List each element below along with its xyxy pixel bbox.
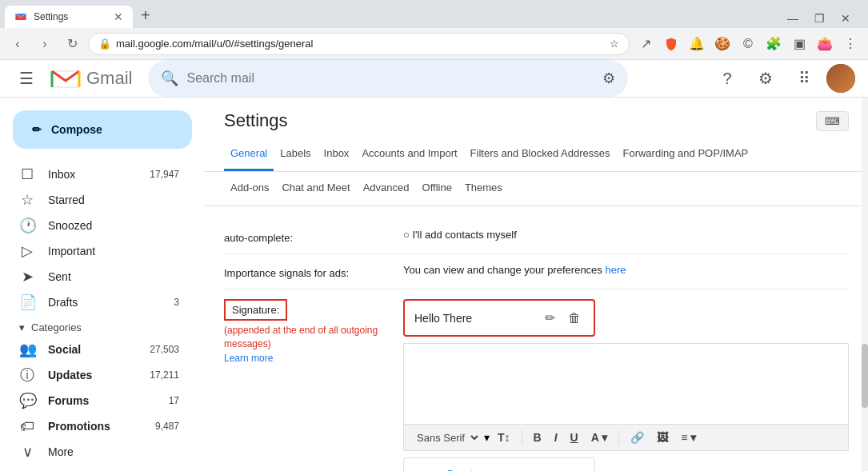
tab-labels[interactable]: Labels <box>274 138 317 171</box>
categories-expand-icon: ▾ <box>19 321 25 333</box>
sidebar-item-drafts[interactable]: 📄 Drafts 3 <box>0 289 192 315</box>
font-family-select[interactable]: Sans Serif <box>410 429 481 446</box>
keyboard-shortcuts-button[interactable]: ⌨ <box>816 111 849 131</box>
compose-pencil-icon: ✏ <box>32 123 42 136</box>
signature-row: Signature: (appended at the end of all o… <box>224 289 849 471</box>
menu-icon[interactable]: ⋮ <box>839 33 862 55</box>
sidebar-item-snoozed[interactable]: 🕐 Snoozed <box>0 213 192 238</box>
importance-link[interactable]: here <box>605 264 626 276</box>
browser-tab[interactable]: Settings ✕ <box>5 6 133 28</box>
close-window-button[interactable]: ✕ <box>834 9 857 28</box>
forums-icon: 💬 <box>19 392 35 409</box>
settings-gear-button[interactable]: ⚙ <box>750 62 782 94</box>
signature-name: Hello There <box>414 312 535 325</box>
sidebar-item-sent[interactable]: ➤ Sent <box>0 264 192 289</box>
signature-delete-button[interactable]: 🗑 <box>565 308 584 329</box>
sidebar-item-more[interactable]: ∨ More <box>0 439 192 465</box>
tab-forwarding[interactable]: Forwarding and POP/IMAP <box>616 138 754 171</box>
tab-favicon <box>14 10 27 23</box>
search-input[interactable] <box>186 71 594 86</box>
align-dropdown-icon: ▾ <box>690 431 696 444</box>
snoozed-label: Snoozed <box>48 219 179 232</box>
tab-chat[interactable]: Chat and Meet <box>275 172 356 206</box>
brave-rewards-icon[interactable]: © <box>737 33 759 55</box>
avatar[interactable] <box>826 64 855 93</box>
notification-icon[interactable]: 🔔 <box>686 33 708 55</box>
tab-accounts[interactable]: Accounts and Import <box>355 138 463 171</box>
search-bar[interactable]: 🔍 ⚙ <box>148 60 628 97</box>
gmail-text: Gmail <box>86 68 132 89</box>
font-size-button[interactable]: T↕ <box>493 428 515 447</box>
categories-section[interactable]: ▾ Categories <box>19 321 205 333</box>
scrollbar-thumb[interactable] <box>862 344 868 408</box>
inbox-count: 17,947 <box>150 169 179 180</box>
image-button[interactable]: 🖼 <box>652 428 673 447</box>
search-icon: 🔍 <box>161 70 178 87</box>
importance-value: You can view and change your preferences… <box>403 264 849 276</box>
starred-icon: ☆ <box>19 191 35 209</box>
tab-filters[interactable]: Filters and Blocked Addresses <box>464 138 617 171</box>
brave-shield-icon[interactable] <box>660 33 682 55</box>
address-bar[interactable]: 🔒 mail.google.com/mail/u/0/#settings/gen… <box>88 33 630 55</box>
extensions-icon[interactable]: 🧩 <box>762 33 785 55</box>
minimize-button[interactable]: — <box>781 9 805 28</box>
sidebar-item-social[interactable]: 👥 Social 27,503 <box>0 337 192 362</box>
italic-button[interactable]: I <box>550 428 562 447</box>
social-label: Social <box>48 343 81 356</box>
inbox-label: Inbox <box>48 168 137 181</box>
tab-themes[interactable]: Themes <box>458 172 509 206</box>
apps-grid-button[interactable]: ⠿ <box>788 62 820 94</box>
compose-button[interactable]: ✏ Compose <box>13 110 192 149</box>
signature-editor: Sans Serif ▾ T↕ B I U A <box>403 343 849 451</box>
sent-icon: ➤ <box>19 268 35 285</box>
signature-note: (appended at the end of all outgoing mes… <box>224 324 384 351</box>
sidebar-item-important[interactable]: ▷ Important <box>0 238 192 264</box>
tab-addons[interactable]: Add-ons <box>224 172 275 206</box>
tab-advanced[interactable]: Advanced <box>357 172 416 206</box>
gmail-header: ☰ Gmail 🔍 ⚙ ? ⚙ ⠿ <box>0 60 868 98</box>
forward-button[interactable]: › <box>34 33 56 55</box>
tab-close-btn[interactable]: ✕ <box>114 10 123 23</box>
hamburger-menu-button[interactable]: ☰ <box>13 62 40 94</box>
font-color-button[interactable]: A ▾ <box>586 428 612 447</box>
search-filter-button[interactable]: ⚙ <box>602 70 615 87</box>
editor-content-area[interactable] <box>404 344 848 424</box>
signature-note-text: (appended at the end of all outgoing mes… <box>224 325 378 349</box>
more-label: More <box>48 445 179 458</box>
signature-edit-button[interactable]: ✏ <box>542 307 558 329</box>
tab-inbox[interactable]: Inbox <box>318 138 356 171</box>
updates-label: Updates <box>48 369 92 381</box>
share-icon[interactable]: ↗ <box>634 33 657 55</box>
settings-tabs-row2: Add-ons Chat and Meet Advanced Offline T… <box>205 172 868 206</box>
new-tab-button[interactable]: + <box>134 5 157 26</box>
underline-button[interactable]: U <box>566 428 583 447</box>
sidebar-item-forums[interactable]: 💬 Forums 17 <box>0 388 192 413</box>
drafts-icon: 📄 <box>19 293 35 311</box>
signature-learn-more-link[interactable]: Learn more <box>224 353 273 364</box>
updates-count: 17,211 <box>150 369 179 381</box>
signature-item[interactable]: Hello There ✏ 🗑 <box>403 299 595 337</box>
link-button[interactable]: 🔗 <box>626 428 649 447</box>
toolbar-separator-1 <box>522 429 522 445</box>
cookie-icon[interactable]: 🍪 <box>711 33 734 55</box>
tab-general[interactable]: General <box>224 138 274 171</box>
browser-actions: ↗ 🔔 🍪 © 🧩 ▣ 👛 ⋮ <box>634 33 862 55</box>
sidebar-item-promotions[interactable]: 🏷 Promotions 9,487 <box>0 413 192 439</box>
sidebar-item-updates[interactable]: ⓘ Updates 17,211 <box>0 362 192 388</box>
align-button[interactable]: ≡ ▾ <box>676 428 701 447</box>
sidebar-item-inbox[interactable]: ☐ Inbox 17,947 <box>0 162 192 187</box>
back-button[interactable]: ‹ <box>6 33 29 55</box>
restore-button[interactable]: ❒ <box>808 9 831 28</box>
wallet-icon[interactable]: 👛 <box>814 33 836 55</box>
create-new-signature-button[interactable]: + + Create new <box>403 457 595 471</box>
split-view-icon[interactable]: ▣ <box>788 33 810 55</box>
gmail-logo-svg <box>50 66 82 90</box>
help-button[interactable]: ? <box>711 62 743 94</box>
bold-button[interactable]: B <box>529 428 546 447</box>
reload-button[interactable]: ↻ <box>61 33 83 55</box>
tab-offline[interactable]: Offline <box>416 172 458 206</box>
snoozed-icon: 🕐 <box>19 217 35 234</box>
font-color-label: A <box>591 431 599 444</box>
sidebar-item-starred[interactable]: ☆ Starred <box>0 187 192 213</box>
settings-tabs-row1: General Labels Inbox Accounts and Import… <box>205 138 868 172</box>
